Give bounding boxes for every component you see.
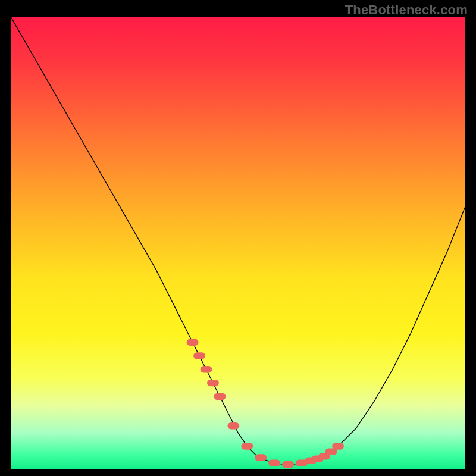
- highlight-marker: [201, 366, 212, 372]
- highlight-marker: [332, 443, 344, 449]
- highlight-marker: [193, 352, 205, 359]
- highlight-marker: [268, 459, 280, 466]
- plot-area: [11, 17, 465, 469]
- bottleneck-curve: [11, 17, 465, 464]
- curve-layer: [11, 17, 465, 469]
- highlight-marker: [282, 461, 294, 468]
- highlight-marker: [255, 454, 267, 461]
- highlight-marker: [241, 443, 253, 449]
- highlight-marker: [214, 393, 226, 400]
- highlight-marker: [187, 339, 199, 346]
- highlight-marker: [207, 380, 219, 386]
- chart-frame: TheBottleneck.com: [0, 0, 476, 476]
- highlight-marker: [227, 422, 239, 429]
- attribution-label: TheBottleneck.com: [345, 2, 468, 18]
- highlight-markers: [187, 339, 344, 468]
